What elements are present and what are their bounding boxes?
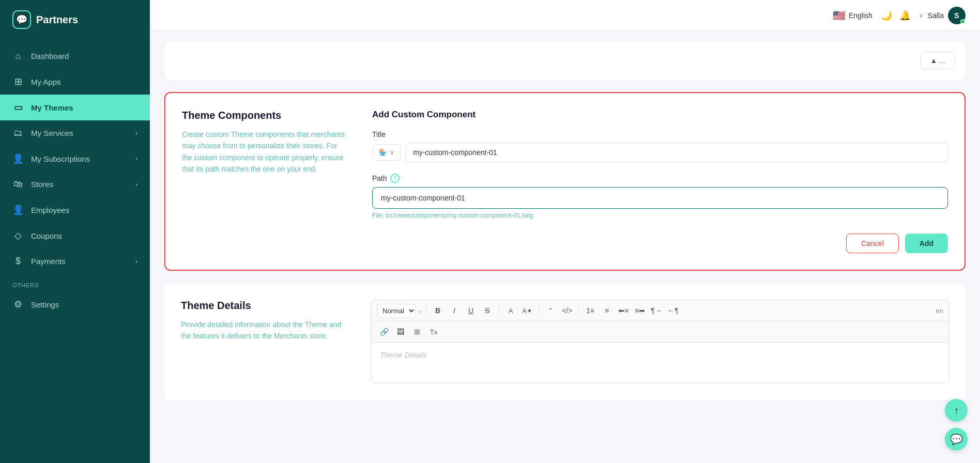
clear-format-button[interactable]: Tx (426, 325, 441, 339)
add-button[interactable]: Add (905, 234, 948, 253)
my-apps-icon: ⊞ (12, 76, 24, 87)
sidebar-label-dashboard: Dashboard (31, 52, 69, 60)
td-editor: Normal ⬦ B I U S A A✦ " </> 1≡ ≡ (371, 300, 949, 383)
theme-components-card: Theme Components Create custom Theme com… (164, 92, 966, 271)
td-description: Theme Details Provide detailed informati… (181, 300, 346, 383)
dashboard-icon: ⌂ (12, 51, 24, 61)
header-icons: 🌙 🔔 (881, 10, 911, 21)
language-label: English (849, 11, 872, 20)
image-button[interactable]: 🖼 (393, 325, 408, 339)
chevron-down-icon: ∨ (919, 12, 924, 19)
editor-placeholder: Theme Details (380, 351, 426, 359)
sidebar-label-my-subscriptions: My Subscriptions (31, 155, 90, 163)
tc-actions: Cancel Add (372, 234, 948, 253)
path-label: Path (372, 174, 387, 182)
store-icon: 🏪 (379, 149, 387, 156)
editor-toolbar-2: 🔗 🖼 ⊞ Tx (371, 321, 949, 342)
sidebar-label-settings: Settings (31, 300, 59, 309)
user-menu[interactable]: ∨ Salla S (919, 7, 966, 24)
theme-details-card: Theme Details Provide detailed informati… (164, 283, 966, 400)
my-subscriptions-icon: 👤 (12, 153, 24, 164)
text-color-button[interactable]: A (503, 303, 518, 318)
toolbar-divider-3 (539, 305, 539, 316)
align-left-button[interactable]: ⬅≡ (616, 303, 631, 318)
employees-icon: 👤 (12, 204, 24, 215)
avatar: S (948, 7, 966, 24)
sidebar-label-my-themes: My Themes (31, 103, 73, 112)
title-input[interactable] (405, 143, 948, 162)
sidebar-item-my-subscriptions[interactable]: 👤 My Subscriptions › (0, 146, 150, 172)
sidebar-item-my-themes[interactable]: ▭ My Themes (0, 95, 150, 120)
page-content: ▲ ... Theme Components Create custom The… (150, 31, 980, 463)
sidebar-item-settings[interactable]: ⚙ Settings (0, 291, 150, 317)
tc-desc-text: Create custom Theme components that merc… (182, 129, 347, 175)
strikethrough-button[interactable]: S (480, 303, 495, 318)
editor-toolbar: Normal ⬦ B I U S A A✦ " </> 1≡ ≡ (371, 300, 949, 321)
chat-fab[interactable]: 💬 (945, 428, 968, 451)
chevron-right-icon-sub: › (135, 155, 137, 162)
italic-button[interactable]: I (447, 303, 462, 318)
toolbar-divider-2 (499, 305, 499, 316)
path-input[interactable] (372, 187, 948, 209)
sidebar-logo[interactable]: 💬 Partners (0, 0, 150, 39)
payments-icon: $ (12, 256, 24, 267)
td-desc-text: Provide detailed information about the T… (181, 319, 346, 342)
language-indicator: en (936, 307, 943, 315)
sidebar-item-employees[interactable]: 👤 Employees (0, 197, 150, 223)
editor-style-select[interactable]: Normal (377, 304, 416, 318)
path-help-icon[interactable]: ? (390, 174, 400, 183)
outdent-button[interactable]: ←¶ (666, 303, 680, 318)
top-card: ▲ ... (164, 41, 966, 80)
my-services-icon: 🗂 (12, 128, 24, 138)
sidebar-item-stores[interactable]: 🛍 Stores › (0, 172, 150, 197)
underline-button[interactable]: U (464, 303, 478, 318)
sidebar-label-my-services: My Services (31, 129, 73, 137)
scroll-up-fab[interactable]: ↑ (945, 399, 968, 422)
main-area: 🇺🇸 English 🌙 🔔 ∨ Salla S ▲ ... Theme Com… (150, 0, 980, 463)
bold-button[interactable]: B (431, 303, 445, 318)
tc-description: Theme Components Create custom Theme com… (182, 110, 347, 253)
online-indicator (960, 19, 965, 24)
path-label-row: Path ? (372, 174, 948, 183)
toolbar-divider-1 (426, 305, 426, 316)
chevron-right-icon-stores: › (135, 181, 137, 188)
chevron-right-icon-payments: › (135, 258, 137, 265)
my-themes-icon: ▭ (12, 102, 24, 113)
align-right-button[interactable]: ≡➡ (633, 303, 647, 318)
path-hint: File: src/views/components/my-custom-com… (372, 212, 948, 219)
coupons-icon: ◇ (12, 230, 24, 241)
moon-icon[interactable]: 🌙 (881, 10, 892, 21)
tc-form: Add Custom Component Title 🏪 ∨ Path ? Fi… (372, 110, 948, 253)
code-button[interactable]: </> (560, 303, 574, 318)
top-action-button[interactable]: ▲ ... (921, 52, 955, 69)
tc-title: Theme Components (182, 110, 347, 121)
icon-selector-button[interactable]: 🏪 ∨ (372, 144, 401, 161)
sidebar-label-stores: Stores (31, 180, 53, 189)
cancel-button[interactable]: Cancel (846, 234, 899, 253)
sidebar-item-my-services[interactable]: 🗂 My Services › (0, 120, 150, 146)
sidebar-label-coupons: Coupons (31, 232, 62, 240)
sidebar-item-my-apps[interactable]: ⊞ My Apps (0, 69, 150, 95)
sidebar-item-dashboard[interactable]: ⌂ Dashboard (0, 43, 150, 69)
sidebar-item-coupons[interactable]: ◇ Coupons (0, 223, 150, 249)
others-section-label: OTHERS (0, 274, 150, 291)
sidebar-nav: ⌂ Dashboard ⊞ My Apps ▭ My Themes 🗂 My S… (0, 39, 150, 463)
sidebar-item-payments[interactable]: $ Payments › (0, 249, 150, 274)
ordered-list-button[interactable]: 1≡ (583, 303, 598, 318)
unordered-list-button[interactable]: ≡ (600, 303, 614, 318)
link-button[interactable]: 🔗 (377, 325, 391, 339)
indent-button[interactable]: ¶→ (649, 303, 664, 318)
highlight-button[interactable]: A✦ (520, 303, 534, 318)
blockquote-button[interactable]: " (543, 303, 558, 318)
editor-body[interactable]: Theme Details (371, 342, 949, 383)
logo-icon: 💬 (12, 10, 31, 29)
td-title: Theme Details (181, 300, 346, 312)
stores-icon: 🛍 (12, 179, 24, 190)
bell-icon[interactable]: 🔔 (899, 10, 911, 21)
table-button[interactable]: ⊞ (410, 325, 424, 339)
header: 🇺🇸 English 🌙 🔔 ∨ Salla S (150, 0, 980, 31)
language-selector[interactable]: 🇺🇸 English (833, 9, 872, 22)
expand-icon: ⬦ (418, 307, 422, 314)
sidebar-label-my-apps: My Apps (31, 78, 61, 86)
username-label: Salla (928, 11, 944, 20)
